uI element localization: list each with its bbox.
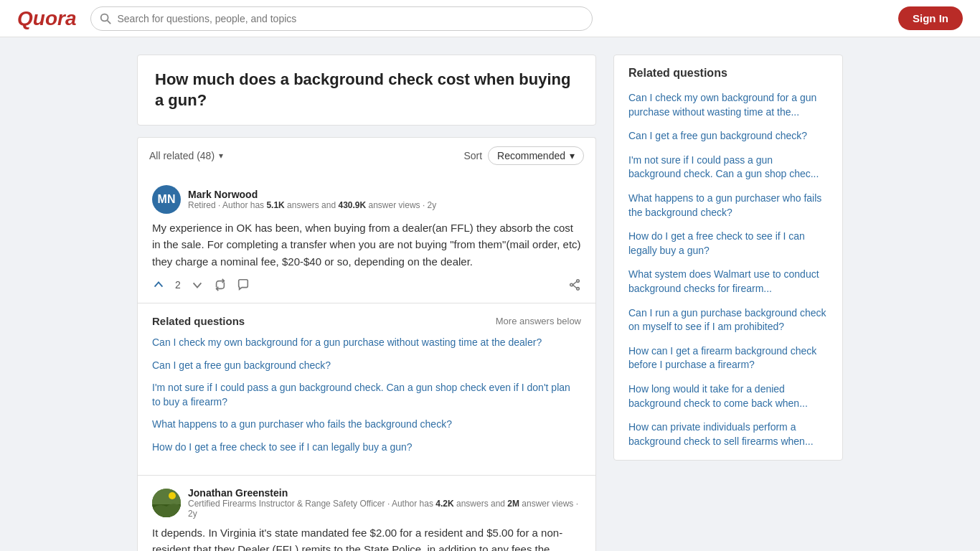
sidebar: Related questions Can I check my own bac… xyxy=(613,55,843,551)
svg-line-5 xyxy=(573,281,576,285)
related-inline-link-2[interactable]: I'm not sure if I could pass a gun backg… xyxy=(152,381,581,409)
avatar-2 xyxy=(152,489,181,517)
related-inline-link-0[interactable]: Can I check my own background for a gun … xyxy=(152,336,581,350)
author-meta-1: Retired · Author has 5.1K answers and 43… xyxy=(188,200,436,210)
sidebar-link-0[interactable]: Can I check my own background for a gun … xyxy=(628,91,828,119)
sort-wrap: Sort Recommended ▾ xyxy=(463,146,584,165)
filter-bar: All related (48) ▾ Sort Recommended ▾ xyxy=(137,137,596,174)
header-right: Sign In xyxy=(898,6,963,30)
all-related-label: All related (48) xyxy=(149,150,215,161)
question-title-box: How much does a background check cost wh… xyxy=(137,55,596,126)
question-title: How much does a background check cost wh… xyxy=(155,70,578,110)
author-views-2: 2M xyxy=(507,499,519,509)
related-inline-link-3[interactable]: What happens to a gun purchaser who fail… xyxy=(152,418,581,432)
author-views-1: 430.9K xyxy=(338,200,366,210)
author-meta-2: Certified Firearms Instructor & Range Sa… xyxy=(188,499,581,519)
author-info-2: Jonathan Greenstein Certified Firearms I… xyxy=(188,487,581,519)
related-inline-link-1[interactable]: Can I get a free gun background check? xyxy=(152,359,581,373)
author-name-2[interactable]: Jonathan Greenstein xyxy=(188,487,581,499)
related-inline-header: Related questions More answers below xyxy=(152,315,581,327)
author-answers-2: 4.2K xyxy=(435,499,453,509)
chevron-down-icon: ▾ xyxy=(219,151,223,161)
related-inline-link-4[interactable]: How do I get a free check to see if I ca… xyxy=(152,441,581,455)
search-input[interactable] xyxy=(90,6,593,31)
sidebar-link-2[interactable]: I'm not sure if I could pass a gun backg… xyxy=(628,154,828,182)
content-area: How much does a background check cost wh… xyxy=(137,55,596,551)
upvote-button-1[interactable] xyxy=(152,278,165,291)
svg-point-4 xyxy=(570,283,573,286)
sort-value: Recommended xyxy=(497,150,565,161)
main-container: How much does a background check cost wh… xyxy=(60,37,920,551)
sidebar-title: Related questions xyxy=(628,67,828,80)
sidebar-link-1[interactable]: Can I get a free gun background check? xyxy=(628,129,828,143)
author-answers-suffix-1: answers and xyxy=(285,200,339,210)
avatar-1: MN xyxy=(152,185,181,214)
svg-point-3 xyxy=(577,288,580,291)
answer-card-2: Jonathan Greenstein Certified Firearms I… xyxy=(137,476,596,552)
sidebar-link-3[interactable]: What happens to a gun purchaser who fail… xyxy=(628,192,828,220)
sidebar-link-7[interactable]: How can I get a firearm background check… xyxy=(628,344,828,372)
comment-button-1[interactable] xyxy=(237,278,250,291)
repost-button-1[interactable] xyxy=(214,278,227,291)
author-name-1[interactable]: Mark Norwood xyxy=(188,189,436,200)
svg-point-9 xyxy=(169,492,176,499)
sidebar-link-4[interactable]: How do I get a free check to see if I ca… xyxy=(628,230,828,258)
svg-line-1 xyxy=(108,20,111,24)
svg-point-0 xyxy=(101,14,108,21)
author-row-2: Jonathan Greenstein Certified Firearms I… xyxy=(152,487,581,519)
svg-line-6 xyxy=(573,285,576,288)
sort-chevron-icon: ▾ xyxy=(570,150,575,161)
downvote-button-1[interactable] xyxy=(191,278,204,291)
sidebar-card: Related questions Can I check my own bac… xyxy=(613,55,843,461)
author-answers-suffix-2: answers and xyxy=(454,499,508,509)
answer-card-1: MN Mark Norwood Retired · Author has 5.1… xyxy=(137,174,596,303)
header: Quora Sign In xyxy=(0,0,980,37)
sidebar-link-9[interactable]: How can private individuals perform a ba… xyxy=(628,420,828,448)
related-inline-section: Related questions More answers below Can… xyxy=(137,303,596,476)
author-views-suffix-1: answer views · 2y xyxy=(366,200,436,210)
related-inline-title: Related questions xyxy=(152,315,245,327)
search-bar-container xyxy=(90,6,593,31)
answer-body-1: My experience in OK has been, when buyin… xyxy=(152,220,581,270)
author-answers-1: 5.1K xyxy=(266,200,284,210)
quora-logo[interactable]: Quora xyxy=(17,7,76,30)
author-meta-prefix-2: Certified Firearms Instructor & Range Sa… xyxy=(188,499,435,509)
sidebar-link-8[interactable]: How long would it take for a denied back… xyxy=(628,382,828,410)
action-row-1: 2 xyxy=(152,278,581,291)
author-info-1: Mark Norwood Retired · Author has 5.1K a… xyxy=(188,189,436,210)
sign-in-button[interactable]: Sign In xyxy=(898,6,963,30)
sort-label: Sort xyxy=(463,150,482,161)
all-related-filter[interactable]: All related (48) ▾ xyxy=(149,150,223,161)
answer-body-2: It depends. In Virginia it's state manda… xyxy=(152,524,581,552)
author-meta-prefix-1: Retired · Author has xyxy=(188,200,266,210)
sidebar-link-6[interactable]: Can I run a gun purchase background chec… xyxy=(628,306,828,334)
sidebar-link-5[interactable]: What system does Walmart use to conduct … xyxy=(628,268,828,296)
author-row-1: MN Mark Norwood Retired · Author has 5.1… xyxy=(152,185,581,214)
svg-point-2 xyxy=(577,280,580,283)
search-icon xyxy=(99,11,112,24)
sort-dropdown[interactable]: Recommended ▾ xyxy=(488,146,584,165)
vote-count-1: 2 xyxy=(175,279,181,291)
share-button-1[interactable] xyxy=(568,278,581,291)
more-answers-label: More answers below xyxy=(496,316,581,326)
